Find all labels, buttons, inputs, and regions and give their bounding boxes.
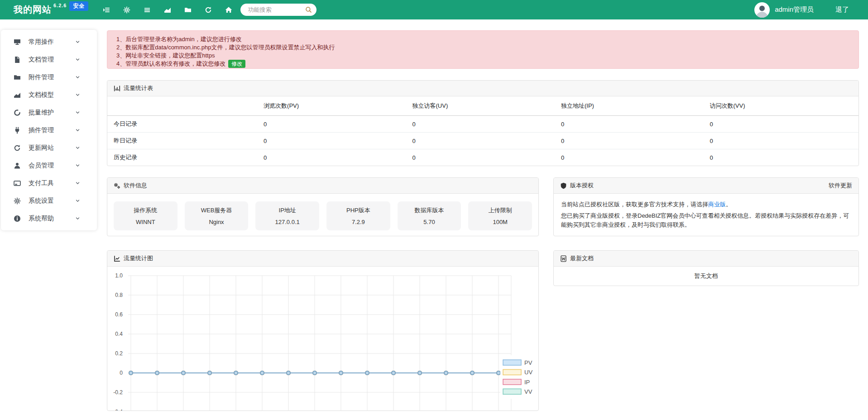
table-row: 今日记录 0 0 0 0 <box>107 116 858 133</box>
refresh-button[interactable] <box>205 6 212 14</box>
sidebar-item[interactable]: 附件管理 <box>1 68 97 86</box>
table-row: 昨日记录 0 0 0 0 <box>107 133 858 149</box>
sidebar-item-icon <box>14 197 21 205</box>
files-button[interactable] <box>184 6 192 14</box>
sidebar-item[interactable]: 常用操作 <box>1 33 97 51</box>
vv-value: 0 <box>710 116 858 133</box>
sidebar-item[interactable]: 系统设置 <box>1 192 97 210</box>
uv-value: 0 <box>412 149 561 166</box>
license-body: 当前站点已授权社区版，获取更多官方技术支持，请选择商业版。 您已购买了商业版授权… <box>554 194 858 236</box>
sidebar-item-label: 常用操作 <box>29 38 54 46</box>
pv-value: 0 <box>264 149 412 166</box>
table-column-header: 浏览次数(PV) <box>264 96 412 116</box>
commercial-edition-link[interactable]: 商业版 <box>708 201 726 208</box>
legend-swatch-ip <box>503 379 521 385</box>
edit-admin-button[interactable]: 修改 <box>228 60 245 68</box>
main-content: 1、后台管理登录名称为admin，建议您进行修改 2、数据库配置data/com… <box>107 19 859 411</box>
chevron-down-icon <box>75 145 80 150</box>
license-text-end: 。 <box>726 201 732 208</box>
tile-label: 数据库版本 <box>398 206 461 215</box>
software-info-tile: WEB服务器 Nginx <box>185 201 249 230</box>
software-info-tiles: 操作系统 WINNT WEB服务器 Nginx IP地址 127.0.0.1 <box>107 194 538 238</box>
avatar[interactable] <box>754 2 770 18</box>
sidebar-item-label: 支付工具 <box>29 179 54 187</box>
table-column-header: 独立地址(IP) <box>561 96 710 116</box>
chevron-down-icon <box>75 216 80 221</box>
sidebar-item-label: 插件管理 <box>29 126 54 134</box>
home-button[interactable] <box>225 6 232 14</box>
security-alert: 1、后台管理登录名称为admin，建议您进行修改 2、数据库配置data/com… <box>107 30 859 69</box>
legend-swatch-uv <box>503 369 521 375</box>
svg-text:-0.4: -0.4 <box>113 409 123 411</box>
sidebar-item-icon <box>14 91 21 99</box>
sidebar-item[interactable]: 更新网站 <box>1 139 97 157</box>
ip-value: 0 <box>561 133 710 149</box>
software-info-tile: 上传限制 100M <box>468 201 532 230</box>
bottom-row: 流量统计图 1.00.80.60.40.20-0.2-0.4PVUVIPVV 最… <box>107 250 859 411</box>
legend-swatch-vv <box>503 389 521 394</box>
legend-label-pv: PV <box>524 359 532 366</box>
chevron-down-icon <box>75 128 80 133</box>
svg-text:0.4: 0.4 <box>115 331 123 337</box>
sidebar-item[interactable]: 支付工具 <box>1 174 97 192</box>
svg-text:1.0: 1.0 <box>115 272 123 279</box>
shield-icon <box>560 182 567 189</box>
chevron-down-icon <box>75 57 80 62</box>
gears-icon <box>114 182 120 189</box>
security-badge[interactable]: 安全 <box>69 1 88 11</box>
sidebar-item-label: 系统帮助 <box>29 215 54 223</box>
sidebar-item[interactable]: 文档模型 <box>1 86 97 104</box>
sidebar-item[interactable]: 插件管理 <box>1 121 97 139</box>
traffic-table-header: 流量统计表 <box>107 81 858 96</box>
sidebar-item[interactable]: 批量维护 <box>1 104 97 121</box>
sidebar-item[interactable]: 会员管理 <box>1 157 97 174</box>
tile-value: 100M <box>468 219 532 225</box>
sidebar-item-label: 会员管理 <box>29 162 54 170</box>
legend-label-ip: IP <box>524 379 530 386</box>
software-update-link[interactable]: 软件更新 <box>829 181 852 190</box>
menu-button[interactable] <box>144 6 151 14</box>
latest-docs-title: 最新文档 <box>570 254 594 262</box>
traffic-chart-svg: 1.00.80.60.40.20-0.2-0.4PVUVIPVV <box>107 267 538 411</box>
sidebar-item[interactable]: 系统帮助 <box>1 210 97 227</box>
chevron-down-icon <box>75 75 80 80</box>
top-navbar: 我的网站6.2.6安全 admin管理员 退了 <box>0 0 868 19</box>
line-chart-icon <box>114 255 120 262</box>
sidebar-item-label: 附件管理 <box>29 73 54 81</box>
stats-button[interactable] <box>164 6 171 14</box>
stream-menu-button[interactable] <box>103 6 110 14</box>
sidebar-item-icon <box>14 56 21 63</box>
search-input[interactable] <box>247 6 305 14</box>
logout-button[interactable]: 退了 <box>835 5 849 14</box>
stream-icon <box>103 6 110 14</box>
traffic-table-title: 流量统计表 <box>124 84 153 92</box>
sidebar-item-icon <box>14 144 21 152</box>
tile-value: 127.0.0.1 <box>255 219 319 225</box>
row-label: 历史记录 <box>107 149 264 166</box>
navbar-icon-group <box>103 6 232 14</box>
tile-value: 7.2.9 <box>326 219 390 225</box>
chevron-down-icon <box>75 163 80 168</box>
legend-label-vv: VV <box>524 388 532 395</box>
sidebar-item-icon <box>14 74 21 81</box>
brand-title: 我的网站6.2.6安全 <box>14 4 88 16</box>
svg-text:0.8: 0.8 <box>115 292 123 298</box>
software-info-tile: 操作系统 WINNT <box>114 201 177 230</box>
user-name[interactable]: admin管理员 <box>775 5 814 14</box>
settings-button[interactable] <box>123 6 130 14</box>
traffic-chart-card: 流量统计图 1.00.80.60.40.20-0.2-0.4PVUVIPVV <box>107 250 539 411</box>
sidebar-item-icon <box>14 215 21 222</box>
row-label: 今日记录 <box>107 116 264 133</box>
legend-label-uv: UV <box>524 369 532 376</box>
search-icon[interactable] <box>305 6 312 13</box>
middle-row: 软件信息 操作系统 WINNT WEB服务器 Nginx IP地址 <box>107 177 859 236</box>
sidebar-item-icon <box>14 180 21 187</box>
svg-text:0.6: 0.6 <box>115 311 123 318</box>
chevron-down-icon <box>75 198 80 203</box>
software-info-tile: 数据库版本 5.70 <box>398 201 461 230</box>
sidebar-item[interactable]: 文档管理 <box>1 51 97 68</box>
row-label: 昨日记录 <box>107 133 264 149</box>
navbar-right: admin管理员 退了 <box>754 2 868 18</box>
software-info-tile: PHP版本 7.2.9 <box>326 201 390 230</box>
sidebar-item-label: 批量维护 <box>29 109 54 117</box>
